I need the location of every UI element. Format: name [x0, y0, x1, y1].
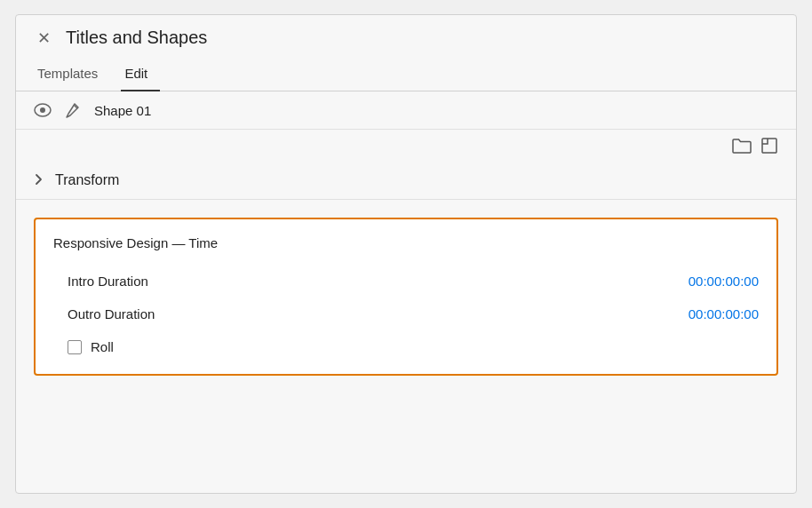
eye-icon[interactable]	[34, 103, 52, 117]
tab-edit[interactable]: Edit	[121, 59, 160, 91]
roll-checkbox[interactable]	[68, 340, 82, 354]
close-button[interactable]: ✕	[34, 28, 53, 48]
intro-duration-label: Intro Duration	[68, 274, 148, 289]
titles-shapes-panel: ✕ Titles and Shapes Templates Edit Shape…	[15, 14, 797, 494]
responsive-design-title: Responsive Design — Time	[53, 235, 759, 250]
transform-label: Transform	[55, 172, 119, 188]
roll-row: Roll	[53, 330, 759, 358]
roll-label: Roll	[91, 339, 114, 354]
shape-row: Shape 01	[16, 91, 796, 130]
svg-point-1	[40, 107, 45, 113]
outro-duration-label: Outro Duration	[68, 306, 155, 321]
toolbar-row	[16, 130, 796, 162]
panel-header: ✕ Titles and Shapes	[16, 15, 796, 59]
panel-title: Titles and Shapes	[66, 28, 207, 48]
intro-duration-row: Intro Duration 00:00:00:00	[53, 265, 759, 298]
tab-templates[interactable]: Templates	[34, 59, 110, 91]
tabs-row: Templates Edit	[16, 59, 796, 91]
shape-name: Shape 01	[94, 103, 151, 118]
pen-icon[interactable]	[66, 102, 80, 118]
folder-button[interactable]	[732, 138, 752, 154]
intro-duration-value[interactable]: 00:00:00:00	[689, 274, 759, 289]
outro-duration-row: Outro Duration 00:00:00:00	[53, 298, 759, 330]
outro-duration-value[interactable]: 00:00:00:00	[689, 306, 759, 321]
chevron-right-icon	[34, 173, 43, 188]
transform-row[interactable]: Transform	[16, 162, 796, 200]
flag-button[interactable]	[760, 137, 778, 155]
responsive-design-section: Responsive Design — Time Intro Duration …	[34, 218, 778, 376]
svg-rect-2	[762, 139, 776, 153]
